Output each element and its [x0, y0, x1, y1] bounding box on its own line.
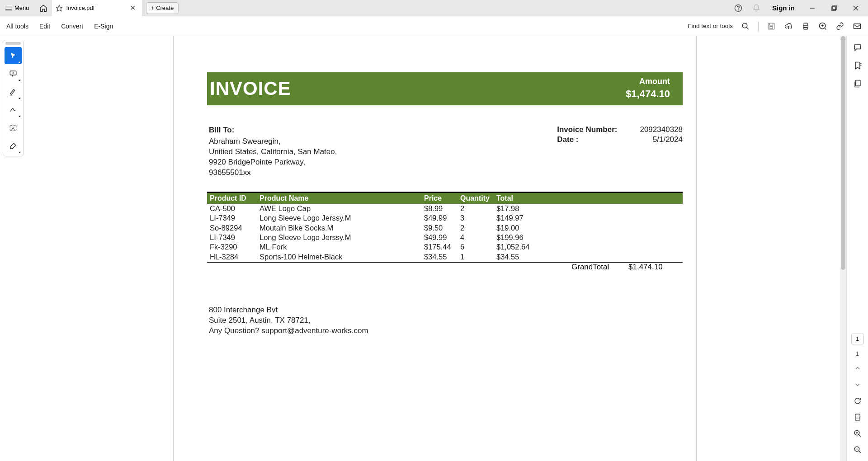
amount-value: $1,474.10 [626, 88, 670, 100]
cell-id: HL-3284 [207, 252, 259, 262]
select-tool[interactable] [5, 47, 22, 64]
grand-total-row: GrandTotal $1,474.10 [207, 263, 683, 272]
document-viewport[interactable]: INVOICE Amount $1,474.10 Bill To: Abraha… [24, 36, 846, 461]
cell-qty: 6 [460, 242, 496, 252]
page-total: 1 [856, 351, 859, 357]
print-button[interactable] [801, 22, 810, 31]
tool-group: A [3, 40, 24, 156]
close-button[interactable] [845, 0, 866, 16]
cell-name: ML.Fork [259, 242, 424, 252]
cell-total: $149.97 [496, 213, 683, 223]
drag-handle[interactable] [5, 42, 21, 45]
cell-total: $199.96 [496, 233, 683, 242]
cell-qty: 4 [460, 233, 496, 242]
cell-qty: 1 [460, 252, 496, 262]
pages-icon [853, 79, 862, 88]
upload-button[interactable] [784, 22, 793, 31]
svg-point-2 [738, 9, 739, 10]
find-label[interactable]: Find text or tools [688, 23, 733, 29]
cell-name: AWE Logo Cap [259, 204, 424, 213]
search-button[interactable] [741, 22, 750, 31]
save-button[interactable] [767, 22, 776, 31]
grand-total-value: $1,474.10 [628, 263, 683, 272]
bill-to-addr2: 9920 BridgePointe Parkway, [209, 157, 557, 168]
page-up-button[interactable] [853, 363, 863, 373]
cell-id: Fk-3290 [207, 242, 259, 252]
edit-button[interactable]: Edit [39, 23, 50, 30]
scroll-thumb[interactable] [841, 36, 845, 270]
link-button[interactable] [835, 22, 844, 31]
rotate-button[interactable] [853, 396, 863, 406]
zoom-in-button[interactable] [853, 428, 863, 438]
sign-tool[interactable] [5, 137, 22, 155]
home-icon [39, 4, 47, 12]
textbox-tool[interactable]: A [5, 119, 22, 136]
bill-to-addr3: 93655501xx [209, 168, 557, 178]
table-row: CA-500AWE Logo Cap$8.992$17.98 [207, 204, 683, 213]
help-icon [734, 4, 742, 12]
svg-text:A: A [12, 126, 14, 131]
col-total: Total [496, 194, 683, 202]
sparkle-icon [818, 22, 827, 31]
svg-line-29 [859, 434, 861, 437]
bookmarks-panel-button[interactable] [853, 61, 863, 71]
invoice-title: INVOICE [210, 78, 291, 99]
cell-id: LI-7349 [207, 213, 259, 223]
pages-panel-button[interactable] [853, 79, 863, 89]
page-number-input[interactable]: 1 [851, 334, 864, 344]
menu-label: Menu [14, 5, 29, 11]
create-button[interactable]: + Create [146, 2, 179, 14]
comment-tool[interactable] [5, 65, 22, 82]
cursor-icon [9, 52, 17, 60]
help-button[interactable] [730, 0, 747, 16]
chat-icon [853, 43, 862, 52]
convert-button[interactable]: Convert [61, 23, 83, 30]
email-button[interactable] [853, 22, 862, 31]
chevron-down-icon [854, 381, 861, 388]
bill-to-name: Abraham Swearegin, [209, 136, 557, 147]
cell-id: LI-7349 [207, 233, 259, 242]
cell-total: $34.55 [496, 252, 683, 262]
menu-button[interactable]: Menu [0, 0, 35, 16]
document-tab[interactable]: Invoice.pdf ✕ [52, 0, 142, 16]
save-icon [767, 22, 775, 30]
minimize-button[interactable] [802, 0, 823, 16]
svg-rect-11 [770, 26, 773, 28]
notifications-button[interactable] [748, 0, 765, 16]
signin-button[interactable]: Sign in [766, 4, 801, 12]
maximize-icon [831, 5, 837, 11]
page-down-button[interactable] [853, 380, 863, 390]
cell-qty: 2 [460, 223, 496, 233]
main-area: A INVOICE Amount $1,474.10 Bill To: Abra… [0, 36, 868, 461]
vertical-scrollbar[interactable] [840, 36, 846, 461]
invoice-number-label: Invoice Number: [557, 125, 617, 134]
highlight-tool[interactable] [5, 83, 22, 100]
svg-rect-16 [854, 24, 861, 28]
ai-button[interactable] [818, 22, 827, 31]
comments-panel-button[interactable] [853, 42, 863, 52]
tab-close-button[interactable]: ✕ [128, 4, 137, 12]
col-quantity: Quantity [460, 194, 496, 202]
minimize-icon [810, 5, 815, 11]
star-icon [56, 5, 63, 12]
cell-price: $49.99 [424, 213, 460, 223]
draw-tool[interactable] [5, 101, 22, 118]
fit-page-button[interactable]: 1:1 [853, 412, 863, 422]
esign-button[interactable]: E-Sign [94, 23, 113, 30]
bill-to-label: Bill To: [209, 125, 557, 136]
cloud-upload-icon [784, 22, 793, 30]
bookmark-icon [853, 61, 862, 70]
right-panel: 1 1 1:1 [846, 36, 868, 461]
cell-total: $19.00 [496, 223, 683, 233]
table-row: HL-3284Sports-100 Helmet-Black$34.551$34… [207, 252, 683, 263]
link-icon [836, 22, 844, 30]
maximize-button[interactable] [824, 0, 844, 16]
zoom-out-button[interactable] [853, 445, 863, 455]
svg-point-8 [742, 23, 747, 28]
cell-price: $8.99 [424, 204, 460, 213]
all-tools-button[interactable]: All tools [6, 23, 28, 30]
col-product-id: Product ID [207, 194, 259, 202]
home-button[interactable] [35, 0, 52, 16]
table-row: So-89294Moutain Bike Socks.M$9.502$19.00 [207, 223, 683, 233]
zoom-in-icon [854, 429, 862, 437]
